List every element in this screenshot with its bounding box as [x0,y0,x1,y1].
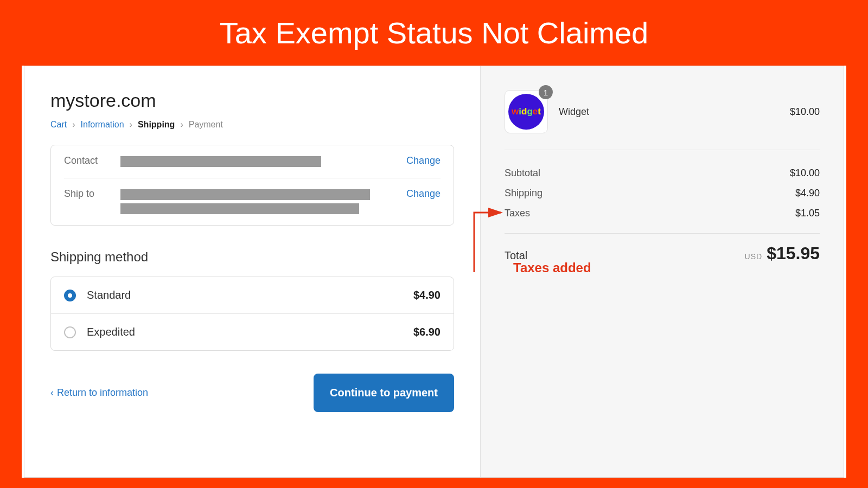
chevron-left-icon: ‹ [50,387,54,399]
shipto-value [120,188,406,215]
shipping-option-label: Standard [87,289,413,301]
total-label: Total [505,249,527,262]
quantity-badge: 1 [539,85,553,99]
chevron-right-icon: › [180,120,183,130]
shipping-option-price: $6.90 [413,326,441,338]
divider [505,233,820,234]
cart-item: widget 1 Widget $10.00 [505,90,820,150]
shipping-option-label: Expedited [87,326,413,338]
contact-label: Contact [64,155,120,166]
breadcrumb-payment: Payment [189,120,223,130]
shipping-option-price: $4.90 [413,289,441,301]
shipping-method-card: Standard $4.90 Expedited $6.90 [50,277,454,351]
shipto-label: Ship to [64,188,120,200]
store-name: mystore.com [50,90,454,111]
radio-icon[interactable] [64,290,76,301]
shipping-option-expedited[interactable]: Expedited $6.90 [51,313,454,350]
breadcrumb-cart[interactable]: Cart [50,120,67,130]
checkout-window: mystore.com Cart › Information › Shippin… [22,66,846,478]
shipping-option-standard[interactable]: Standard $4.90 [51,277,454,313]
slide-title: Tax Exempt Status Not Claimed [0,0,868,63]
chevron-right-icon: › [130,120,132,130]
chevron-right-icon: › [72,120,75,130]
cart-item-name: Widget [559,106,790,118]
subtotal-value: $10.00 [790,168,820,179]
return-link-label: Return to information [57,387,148,399]
radio-icon[interactable] [64,326,76,338]
breadcrumb: Cart › Information › Shipping › Payment [50,120,454,130]
shipto-row: Ship to Change [64,178,441,225]
widget-icon: widget [508,94,544,130]
actions-row: ‹ Return to information Continue to paym… [50,374,454,412]
subtotal-label: Subtotal [505,168,540,179]
change-contact-link[interactable]: Change [406,155,441,166]
contact-row: Contact Change [64,145,441,178]
redacted-text [120,203,359,214]
return-to-information-link[interactable]: ‹ Return to information [50,387,148,399]
cart-item-price: $10.00 [790,106,820,118]
taxes-value: $1.05 [795,208,820,219]
redacted-text [120,189,370,200]
continue-to-payment-button[interactable]: Continue to payment [314,374,454,412]
checkout-left-panel: mystore.com Cart › Information › Shippin… [24,66,480,477]
contact-value [120,155,406,168]
product-thumbnail: widget 1 [505,90,548,133]
redacted-text [120,156,321,167]
total-value: $15.95 [767,243,820,263]
total-currency: USD [745,252,763,261]
summary-taxes: Taxes $1.05 [505,203,820,223]
contact-ship-card: Contact Change Ship to Change [50,145,454,226]
shipping-value: $4.90 [795,188,820,199]
summary-total: Total USD$15.95 [505,243,820,264]
taxes-label: Taxes [505,208,530,219]
breadcrumb-shipping: Shipping [138,120,175,130]
change-shipto-link[interactable]: Change [406,188,441,200]
shipping-label: Shipping [505,188,542,199]
breadcrumb-information[interactable]: Information [81,120,124,130]
shipping-method-heading: Shipping method [50,249,454,265]
summary-shipping: Shipping $4.90 [505,183,820,203]
summary-subtotal: Subtotal $10.00 [505,163,820,183]
order-summary-panel: widget 1 Widget $10.00 Subtotal $10.00 S… [480,66,844,477]
